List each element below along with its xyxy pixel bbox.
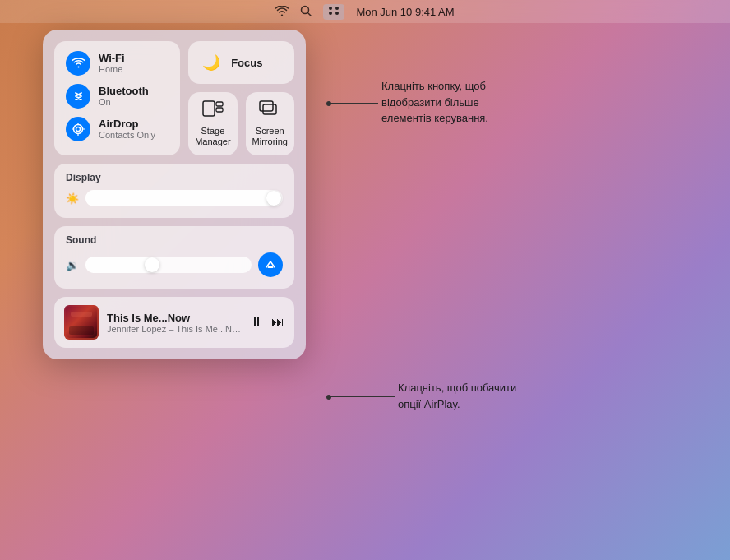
control-center-menubar-icon[interactable] — [323, 4, 344, 20]
svg-point-4 — [329, 12, 332, 15]
bluetooth-text: Bluetooth On — [99, 85, 149, 109]
search-menubar-icon[interactable] — [300, 5, 312, 19]
pause-button[interactable]: ⏸ — [250, 315, 263, 330]
stage-manager-icon — [202, 100, 224, 122]
stage-manager-label: StageManager — [195, 126, 230, 147]
airdrop-text: AirDrop Contacts Only — [99, 118, 155, 141]
svg-rect-13 — [268, 266, 274, 268]
airplay-button[interactable] — [258, 252, 283, 277]
track-artist: Jennifer Lopez – This Is Me...Now — [107, 324, 242, 334]
display-title: Display — [66, 172, 283, 183]
volume-icon: 🔉 — [66, 259, 79, 271]
right-column: 🌙 Focus StageManager — [188, 41, 294, 155]
focus-block[interactable]: 🌙 Focus — [188, 41, 294, 84]
bluetooth-sublabel: On — [99, 97, 149, 108]
airdrop-sublabel: Contacts Only — [99, 130, 155, 141]
display-section: Display ☀️ — [54, 164, 294, 218]
playback-controls: ⏸ ⏭ — [250, 315, 284, 330]
wifi-menubar-icon[interactable] — [275, 5, 289, 18]
svg-rect-11 — [260, 101, 273, 111]
brightness-slider[interactable] — [85, 190, 283, 206]
menubar: Mon Jun 10 9:41 AM — [0, 0, 730, 23]
sound-title: Sound — [66, 234, 283, 246]
svg-rect-12 — [263, 104, 276, 114]
svg-point-7 — [76, 127, 81, 132]
now-playing-section: This Is Me...Now Jennifer Lopez – This I… — [54, 297, 294, 348]
airdrop-icon — [66, 117, 90, 141]
airdrop-label: AirDrop — [99, 118, 155, 131]
wifi-icon — [66, 51, 90, 76]
svg-point-2 — [329, 7, 332, 10]
focus-annotation-text: Клацніть кнопку, щоб відобразити більше … — [378, 78, 514, 127]
wifi-text: Wi-Fi Home — [99, 52, 125, 76]
bluetooth-icon — [66, 84, 90, 109]
focus-label: Focus — [231, 57, 262, 69]
album-art — [64, 305, 99, 340]
sound-section: Sound 🔉 — [54, 226, 294, 289]
sound-slider-row: 🔉 — [66, 252, 283, 277]
svg-line-1 — [308, 12, 312, 16]
airplay-annotation: Клацніть, щоб побачити опції AirPlay. — [329, 380, 530, 412]
airdrop-item[interactable]: AirDrop Contacts Only — [66, 117, 169, 141]
connectivity-block: Wi-Fi Home Bluetooth On — [54, 41, 180, 155]
svg-rect-10 — [216, 108, 223, 112]
bluetooth-label: Bluetooth — [99, 85, 149, 98]
svg-point-5 — [335, 12, 339, 15]
stage-manager-block[interactable]: StageManager — [188, 92, 237, 155]
airplay-annotation-text: Клацніть, щоб побачити опції AirPlay. — [395, 380, 530, 412]
track-info: This Is Me...Now Jennifer Lopez – This I… — [107, 312, 242, 334]
bluetooth-item[interactable]: Bluetooth On — [66, 84, 169, 109]
control-center-panel: Wi-Fi Home Bluetooth On — [43, 30, 306, 359]
svg-point-6 — [74, 125, 83, 134]
screen-mirroring-icon — [259, 100, 280, 122]
screen-mirroring-block[interactable]: ScreenMirroring — [246, 92, 294, 155]
track-name: This Is Me...Now — [107, 312, 242, 324]
display-slider-row: ☀️ — [66, 190, 283, 206]
svg-point-3 — [335, 7, 339, 10]
wifi-sublabel: Home — [99, 64, 125, 75]
next-button[interactable]: ⏭ — [271, 315, 284, 330]
svg-rect-8 — [203, 101, 215, 116]
wifi-item[interactable]: Wi-Fi Home — [66, 51, 169, 76]
brightness-icon: ☀️ — [66, 192, 79, 205]
top-row: Wi-Fi Home Bluetooth On — [54, 41, 294, 155]
screen-mirroring-label: ScreenMirroring — [252, 126, 288, 147]
svg-rect-9 — [216, 102, 223, 106]
wifi-label: Wi-Fi — [99, 52, 125, 65]
stage-mirror-row: StageManager ScreenMirroring — [188, 92, 294, 155]
focus-annotation: Клацніть кнопку, щоб відобразити більше … — [329, 78, 514, 127]
focus-icon: 🌙 — [200, 51, 223, 74]
volume-slider[interactable] — [85, 257, 252, 273]
menubar-time: Mon Jun 10 9:41 AM — [356, 6, 454, 18]
